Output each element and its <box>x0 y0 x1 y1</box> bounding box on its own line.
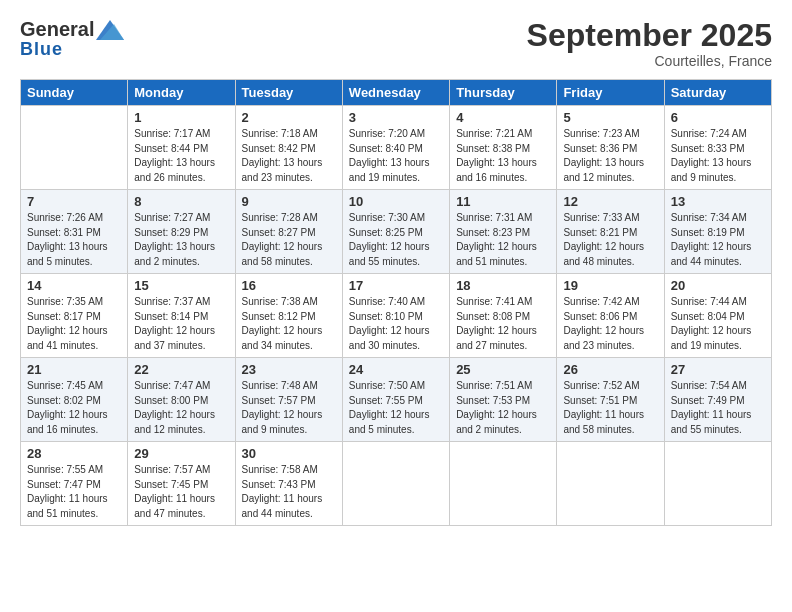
col-friday: Friday <box>557 80 664 106</box>
table-row: 26Sunrise: 7:52 AMSunset: 7:51 PMDayligh… <box>557 358 664 442</box>
day-number: 4 <box>456 110 550 125</box>
table-row <box>342 442 449 526</box>
col-thursday: Thursday <box>450 80 557 106</box>
day-number: 17 <box>349 278 443 293</box>
day-info: Sunrise: 7:33 AMSunset: 8:21 PMDaylight:… <box>563 211 657 269</box>
day-info: Sunrise: 7:54 AMSunset: 7:49 PMDaylight:… <box>671 379 765 437</box>
day-info: Sunrise: 7:27 AMSunset: 8:29 PMDaylight:… <box>134 211 228 269</box>
day-info: Sunrise: 7:50 AMSunset: 7:55 PMDaylight:… <box>349 379 443 437</box>
day-number: 8 <box>134 194 228 209</box>
logo-general-text: General <box>20 18 94 41</box>
day-info: Sunrise: 7:21 AMSunset: 8:38 PMDaylight:… <box>456 127 550 185</box>
table-row: 6Sunrise: 7:24 AMSunset: 8:33 PMDaylight… <box>664 106 771 190</box>
day-number: 29 <box>134 446 228 461</box>
day-number: 13 <box>671 194 765 209</box>
header: General Blue September 2025 Courteilles,… <box>20 18 772 69</box>
table-row: 30Sunrise: 7:58 AMSunset: 7:43 PMDayligh… <box>235 442 342 526</box>
day-info: Sunrise: 7:44 AMSunset: 8:04 PMDaylight:… <box>671 295 765 353</box>
table-row: 28Sunrise: 7:55 AMSunset: 7:47 PMDayligh… <box>21 442 128 526</box>
table-row: 21Sunrise: 7:45 AMSunset: 8:02 PMDayligh… <box>21 358 128 442</box>
logo: General Blue <box>20 18 124 60</box>
day-number: 27 <box>671 362 765 377</box>
table-row: 7Sunrise: 7:26 AMSunset: 8:31 PMDaylight… <box>21 190 128 274</box>
day-info: Sunrise: 7:24 AMSunset: 8:33 PMDaylight:… <box>671 127 765 185</box>
table-row: 2Sunrise: 7:18 AMSunset: 8:42 PMDaylight… <box>235 106 342 190</box>
day-number: 28 <box>27 446 121 461</box>
day-info: Sunrise: 7:23 AMSunset: 8:36 PMDaylight:… <box>563 127 657 185</box>
calendar-week-row: 1Sunrise: 7:17 AMSunset: 8:44 PMDaylight… <box>21 106 772 190</box>
table-row: 8Sunrise: 7:27 AMSunset: 8:29 PMDaylight… <box>128 190 235 274</box>
day-number: 14 <box>27 278 121 293</box>
day-info: Sunrise: 7:57 AMSunset: 7:45 PMDaylight:… <box>134 463 228 521</box>
table-row: 3Sunrise: 7:20 AMSunset: 8:40 PMDaylight… <box>342 106 449 190</box>
location: Courteilles, France <box>527 53 772 69</box>
page: General Blue September 2025 Courteilles,… <box>0 0 792 612</box>
col-wednesday: Wednesday <box>342 80 449 106</box>
day-info: Sunrise: 7:47 AMSunset: 8:00 PMDaylight:… <box>134 379 228 437</box>
day-info: Sunrise: 7:41 AMSunset: 8:08 PMDaylight:… <box>456 295 550 353</box>
day-info: Sunrise: 7:37 AMSunset: 8:14 PMDaylight:… <box>134 295 228 353</box>
day-info: Sunrise: 7:18 AMSunset: 8:42 PMDaylight:… <box>242 127 336 185</box>
logo-blue-text: Blue <box>20 39 63 60</box>
day-number: 30 <box>242 446 336 461</box>
table-row: 13Sunrise: 7:34 AMSunset: 8:19 PMDayligh… <box>664 190 771 274</box>
day-info: Sunrise: 7:28 AMSunset: 8:27 PMDaylight:… <box>242 211 336 269</box>
calendar-week-row: 14Sunrise: 7:35 AMSunset: 8:17 PMDayligh… <box>21 274 772 358</box>
table-row: 24Sunrise: 7:50 AMSunset: 7:55 PMDayligh… <box>342 358 449 442</box>
day-number: 5 <box>563 110 657 125</box>
table-row: 4Sunrise: 7:21 AMSunset: 8:38 PMDaylight… <box>450 106 557 190</box>
day-info: Sunrise: 7:34 AMSunset: 8:19 PMDaylight:… <box>671 211 765 269</box>
day-number: 21 <box>27 362 121 377</box>
day-number: 24 <box>349 362 443 377</box>
col-saturday: Saturday <box>664 80 771 106</box>
day-number: 7 <box>27 194 121 209</box>
table-row <box>664 442 771 526</box>
table-row: 19Sunrise: 7:42 AMSunset: 8:06 PMDayligh… <box>557 274 664 358</box>
day-number: 15 <box>134 278 228 293</box>
table-row: 27Sunrise: 7:54 AMSunset: 7:49 PMDayligh… <box>664 358 771 442</box>
day-info: Sunrise: 7:31 AMSunset: 8:23 PMDaylight:… <box>456 211 550 269</box>
table-row: 5Sunrise: 7:23 AMSunset: 8:36 PMDaylight… <box>557 106 664 190</box>
logo-icon <box>96 20 124 40</box>
day-number: 11 <box>456 194 550 209</box>
table-row: 9Sunrise: 7:28 AMSunset: 8:27 PMDaylight… <box>235 190 342 274</box>
day-number: 2 <box>242 110 336 125</box>
calendar-week-row: 28Sunrise: 7:55 AMSunset: 7:47 PMDayligh… <box>21 442 772 526</box>
day-info: Sunrise: 7:48 AMSunset: 7:57 PMDaylight:… <box>242 379 336 437</box>
table-row <box>450 442 557 526</box>
day-number: 18 <box>456 278 550 293</box>
table-row: 1Sunrise: 7:17 AMSunset: 8:44 PMDaylight… <box>128 106 235 190</box>
table-row: 14Sunrise: 7:35 AMSunset: 8:17 PMDayligh… <box>21 274 128 358</box>
calendar-week-row: 7Sunrise: 7:26 AMSunset: 8:31 PMDaylight… <box>21 190 772 274</box>
day-info: Sunrise: 7:20 AMSunset: 8:40 PMDaylight:… <box>349 127 443 185</box>
col-sunday: Sunday <box>21 80 128 106</box>
table-row <box>557 442 664 526</box>
day-number: 23 <box>242 362 336 377</box>
table-row: 20Sunrise: 7:44 AMSunset: 8:04 PMDayligh… <box>664 274 771 358</box>
table-row: 12Sunrise: 7:33 AMSunset: 8:21 PMDayligh… <box>557 190 664 274</box>
day-number: 3 <box>349 110 443 125</box>
day-number: 25 <box>456 362 550 377</box>
day-number: 10 <box>349 194 443 209</box>
day-number: 16 <box>242 278 336 293</box>
day-number: 6 <box>671 110 765 125</box>
table-row <box>21 106 128 190</box>
day-number: 12 <box>563 194 657 209</box>
day-info: Sunrise: 7:42 AMSunset: 8:06 PMDaylight:… <box>563 295 657 353</box>
day-info: Sunrise: 7:45 AMSunset: 8:02 PMDaylight:… <box>27 379 121 437</box>
table-row: 11Sunrise: 7:31 AMSunset: 8:23 PMDayligh… <box>450 190 557 274</box>
day-number: 1 <box>134 110 228 125</box>
table-row: 16Sunrise: 7:38 AMSunset: 8:12 PMDayligh… <box>235 274 342 358</box>
table-row: 29Sunrise: 7:57 AMSunset: 7:45 PMDayligh… <box>128 442 235 526</box>
day-info: Sunrise: 7:38 AMSunset: 8:12 PMDaylight:… <box>242 295 336 353</box>
day-info: Sunrise: 7:58 AMSunset: 7:43 PMDaylight:… <box>242 463 336 521</box>
table-row: 23Sunrise: 7:48 AMSunset: 7:57 PMDayligh… <box>235 358 342 442</box>
table-row: 22Sunrise: 7:47 AMSunset: 8:00 PMDayligh… <box>128 358 235 442</box>
day-number: 26 <box>563 362 657 377</box>
calendar-table: Sunday Monday Tuesday Wednesday Thursday… <box>20 79 772 526</box>
title-block: September 2025 Courteilles, France <box>527 18 772 69</box>
calendar-week-row: 21Sunrise: 7:45 AMSunset: 8:02 PMDayligh… <box>21 358 772 442</box>
col-tuesday: Tuesday <box>235 80 342 106</box>
month-title: September 2025 <box>527 18 772 53</box>
day-info: Sunrise: 7:51 AMSunset: 7:53 PMDaylight:… <box>456 379 550 437</box>
